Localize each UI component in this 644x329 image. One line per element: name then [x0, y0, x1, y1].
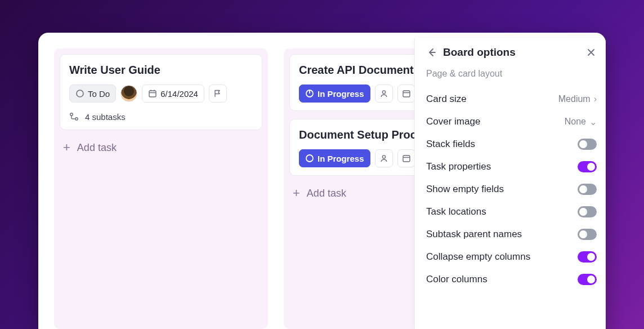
- person-icon: [379, 89, 388, 98]
- task-card[interactable]: Write User Guide To Do 6/14/2024: [60, 54, 262, 130]
- option-value: None ⌄: [565, 117, 597, 127]
- option-label: Task locations: [426, 206, 486, 217]
- option-toggle-row[interactable]: Subtask parent names: [426, 223, 597, 246]
- svg-point-11: [306, 155, 313, 162]
- task-chip-row: To Do 6/14/2024: [69, 85, 253, 103]
- chevron-down-icon: ⌄: [589, 117, 597, 127]
- status-chip-in-progress[interactable]: In Progress: [299, 85, 370, 103]
- svg-point-5: [70, 113, 73, 115]
- toggle-switch[interactable]: [578, 184, 597, 195]
- subtasks-label: 4 subtasks: [85, 112, 126, 122]
- svg-rect-13: [403, 155, 410, 162]
- option-label: Card size: [426, 94, 467, 105]
- option-toggle-row[interactable]: Show empty fields: [426, 178, 597, 201]
- option-label: Collapse empty columns: [426, 251, 530, 263]
- app-window: Write User Guide To Do 6/14/2024: [38, 33, 606, 329]
- option-label: Color columns: [426, 274, 488, 285]
- option-label: Show empty fields: [426, 184, 504, 195]
- flag-icon: [213, 89, 222, 98]
- assignee-placeholder[interactable]: [375, 149, 393, 167]
- svg-point-6: [75, 118, 78, 120]
- assignee-placeholder[interactable]: [375, 85, 393, 103]
- arrow-left-icon: [427, 47, 437, 57]
- svg-point-8: [382, 91, 385, 94]
- status-label: In Progress: [317, 90, 364, 98]
- toggle-switch[interactable]: [578, 161, 597, 172]
- option-toggle-row[interactable]: Task locations: [426, 201, 597, 223]
- board-options-panel: Board options Page & card layout Card si…: [414, 38, 606, 329]
- board-column: Write User Guide To Do 6/14/2024: [54, 48, 268, 329]
- date-label: 6/14/2024: [160, 90, 198, 98]
- option-label: Cover image: [426, 116, 480, 127]
- progress-icon: [305, 154, 314, 163]
- option-label: Stack fields: [426, 139, 475, 150]
- panel-section-label: Page & card layout: [426, 69, 597, 79]
- svg-rect-1: [149, 91, 156, 97]
- panel-header: Board options: [426, 46, 597, 59]
- option-label: Task properties: [426, 161, 491, 172]
- option-value-text: None: [565, 117, 586, 127]
- svg-point-0: [77, 90, 83, 97]
- option-value: Medium ›: [558, 94, 597, 104]
- add-task-label: Add task: [307, 188, 346, 199]
- calendar-icon: [402, 89, 411, 98]
- add-task-button[interactable]: + Add task: [60, 138, 262, 157]
- chevron-right-icon: ›: [594, 94, 597, 104]
- option-toggle-row[interactable]: Stack fields: [426, 133, 597, 155]
- calendar-icon: [402, 154, 411, 163]
- add-task-label: Add task: [77, 142, 117, 154]
- calendar-icon: [148, 89, 157, 98]
- svg-rect-9: [403, 91, 410, 97]
- flag-chip[interactable]: [209, 85, 227, 103]
- circle-icon: [75, 89, 84, 98]
- option-toggle-row[interactable]: Collapse empty columns: [426, 246, 597, 268]
- plus-icon: +: [293, 187, 300, 199]
- back-button[interactable]: [426, 47, 437, 58]
- option-toggle-row[interactable]: Color columns: [426, 268, 597, 291]
- panel-title: Board options: [443, 46, 580, 59]
- svg-point-12: [382, 155, 385, 158]
- option-cover-image[interactable]: Cover image None ⌄: [426, 110, 597, 133]
- status-chip-todo[interactable]: To Do: [69, 85, 116, 103]
- option-toggle-row[interactable]: Task properties: [426, 155, 597, 178]
- status-label: In Progress: [317, 154, 364, 163]
- date-chip[interactable]: 6/14/2024: [142, 85, 204, 103]
- toggle-switch[interactable]: [578, 206, 597, 217]
- plus-icon: +: [63, 141, 70, 154]
- toggle-switch[interactable]: [578, 229, 597, 240]
- subtasks-icon: [69, 112, 79, 122]
- option-label: Subtask parent names: [426, 229, 522, 240]
- task-title: Write User Guide: [69, 64, 253, 77]
- avatar[interactable]: [120, 85, 137, 102]
- toggle-switch[interactable]: [578, 139, 597, 150]
- subtasks-row[interactable]: 4 subtasks: [69, 112, 253, 122]
- option-value-text: Medium: [558, 94, 591, 104]
- progress-icon: [305, 89, 314, 98]
- date-placeholder[interactable]: [397, 149, 415, 167]
- status-label: To Do: [88, 90, 110, 98]
- person-icon: [379, 154, 388, 163]
- close-icon: [587, 48, 596, 57]
- close-button[interactable]: [585, 47, 597, 58]
- status-chip-in-progress[interactable]: In Progress: [299, 149, 370, 167]
- toggle-list: Stack fieldsTask propertiesShow empty fi…: [426, 133, 597, 291]
- date-placeholder[interactable]: [397, 85, 415, 103]
- toggle-switch[interactable]: [578, 251, 597, 263]
- toggle-switch[interactable]: [578, 274, 597, 285]
- option-card-size[interactable]: Card size Medium ›: [426, 88, 597, 110]
